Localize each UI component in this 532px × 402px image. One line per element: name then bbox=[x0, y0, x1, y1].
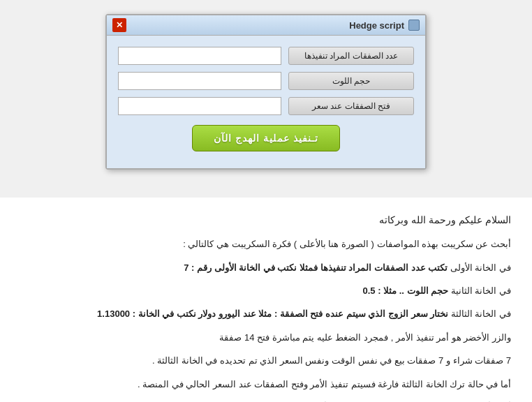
window-body: عدد الصفقات المراد تنفيذها حجم اللوت فتح… bbox=[107, 36, 425, 168]
window-title: Hedge script bbox=[349, 20, 404, 31]
para4-bold: نختار سعر الزوج الذي سيتم عنده فتح الصفق… bbox=[97, 308, 448, 319]
field-row-1: عدد الصفقات المراد تنفيذها bbox=[118, 47, 414, 65]
para3-bold: حجم اللوت .. مثلا : 0.5 bbox=[362, 285, 448, 296]
para4-label: في الخانة الثالثة bbox=[448, 308, 511, 319]
title-bar-left: Hedge script bbox=[349, 20, 420, 31]
content-area: السلام عليكم ورحمة الله وبركاته أبحث عن … bbox=[0, 198, 532, 402]
title-bar: Hedge script ✕ bbox=[107, 15, 425, 36]
field-row-2: حجم اللوت bbox=[118, 72, 414, 90]
para5: والزر الأخضر هو أمر تنفيذ الأمر , فمجرد … bbox=[21, 329, 511, 345]
para7: أرجو أن تكون الفكرة واضحة وليس من الضرور… bbox=[21, 399, 511, 402]
field1-button[interactable]: عدد الصفقات المراد تنفيذها bbox=[288, 47, 414, 65]
field-row-3: فتح الصفقات عند سعر bbox=[118, 97, 414, 115]
window-icon bbox=[408, 20, 420, 31]
para6: أما في حالة ترك الخانة الثالثة فارغة فسي… bbox=[21, 376, 511, 392]
para2-bold: تكتب عدد الصفقات المراد تنفيذها فمثلا نك… bbox=[184, 262, 448, 273]
greeting-text: السلام عليكم ورحمة الله وبركاته bbox=[21, 211, 511, 229]
field3-button[interactable]: فتح الصفقات عند سعر bbox=[288, 97, 414, 115]
para1: أبحث عن سكريبت بهذه المواصفات ( الصورة ه… bbox=[21, 236, 511, 252]
para5b: 7 صفقات شراء و 7 صفقات بيع في نفس الوقت … bbox=[21, 352, 511, 368]
para4: في الخانة الثالثة نختار سعر الزوج الذي س… bbox=[21, 306, 511, 322]
window-container: Hedge script ✕ عدد الصفقات المراد تنفيذه… bbox=[0, 0, 532, 198]
para3: في الخانة الثانية حجم اللوت .. مثلا : 0.… bbox=[21, 283, 511, 299]
hedge-script-window: Hedge script ✕ عدد الصفقات المراد تنفيذه… bbox=[105, 14, 427, 170]
field1-input[interactable] bbox=[118, 47, 281, 65]
field2-button[interactable]: حجم اللوت bbox=[288, 72, 414, 90]
para2: في الخانة الأولى تكتب عدد الصفقات المراد… bbox=[21, 260, 511, 276]
execute-button[interactable]: تـنفيذ عملية الهدج الآن bbox=[192, 125, 340, 151]
field2-input[interactable] bbox=[118, 72, 281, 90]
para2-label: في الخانة الأولى bbox=[448, 262, 511, 273]
para3-label: في الخانة الثانية bbox=[448, 285, 511, 296]
field3-input[interactable] bbox=[118, 97, 281, 115]
close-button[interactable]: ✕ bbox=[112, 18, 126, 32]
